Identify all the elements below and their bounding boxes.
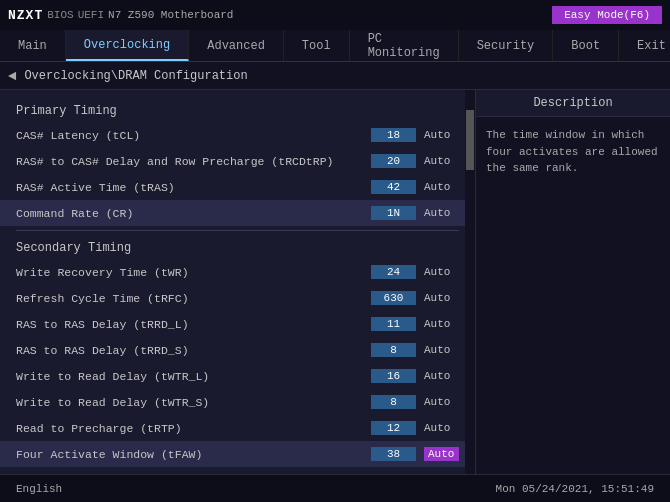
nav-tabs: MainOverclockingAdvancedToolPC Monitorin… <box>0 30 670 62</box>
nzxt-logo: NZXT <box>8 8 43 23</box>
setting-row[interactable]: Write to Read Delay (tWTR_L) 16 Auto <box>0 363 475 389</box>
setting-name: RAS to RAS Delay (tRRD_L) <box>16 318 371 331</box>
setting-value: 630 <box>371 291 416 305</box>
setting-row[interactable]: Read to Precharge (tRTP) 12 Auto <box>0 415 475 441</box>
section-divider <box>16 230 459 231</box>
setting-row[interactable]: Four Activate Window (tFAW) 38 Auto <box>0 441 475 467</box>
setting-name: Refresh Cycle Time (tRFC) <box>16 292 371 305</box>
description-panel: Description The time window in which fou… <box>475 90 670 474</box>
description-text: The time window in which four activates … <box>476 117 670 187</box>
description-header: Description <box>476 90 670 117</box>
setting-row[interactable]: RAS# Active Time (tRAS) 42 Auto <box>0 174 475 200</box>
setting-row[interactable]: Refresh Cycle Time (tRFC) 630 Auto <box>0 285 475 311</box>
primary-timing-rows: CAS# Latency (tCL) 18 Auto RAS# to CAS# … <box>0 122 475 226</box>
setting-auto: Auto <box>424 370 459 382</box>
setting-value: 11 <box>371 317 416 331</box>
setting-auto: Auto <box>424 181 459 193</box>
setting-name: RAS to RAS Delay (tRRD_S) <box>16 344 371 357</box>
setting-auto: Auto <box>424 266 459 278</box>
language-label: English <box>16 483 62 495</box>
setting-value: 1N <box>371 206 416 220</box>
setting-auto: Auto <box>424 344 459 356</box>
setting-value: 24 <box>371 265 416 279</box>
nav-tab-advanced[interactable]: Advanced <box>189 30 284 61</box>
breadcrumb-text: Overclocking\DRAM Configuration <box>24 69 247 83</box>
setting-row[interactable]: Command Rate (CR) 1N Auto <box>0 200 475 226</box>
status-bar: English Mon 05/24/2021, 15:51:49 <box>0 474 670 502</box>
setting-name: Command Rate (CR) <box>16 207 371 220</box>
setting-auto: Auto <box>424 422 459 434</box>
setting-row[interactable]: Write to Read Delay (tWTR_S) 8 Auto <box>0 389 475 415</box>
nav-tab-exit[interactable]: Exit <box>619 30 670 61</box>
uefi-label: UEFI <box>78 9 104 21</box>
setting-name: Four Activate Window (tFAW) <box>16 448 371 461</box>
nav-tab-tool[interactable]: Tool <box>284 30 350 61</box>
top-bar: NZXT BIOS UEFI N7 Z590 Motherboard Easy … <box>0 0 670 30</box>
setting-row[interactable]: Write Recovery Time (tWR) 24 Auto <box>0 259 475 285</box>
setting-row[interactable]: RAS to RAS Delay (tRRD_L) 11 Auto <box>0 311 475 337</box>
brand-area: NZXT BIOS UEFI N7 Z590 Motherboard <box>8 8 233 23</box>
setting-auto: Auto <box>424 129 459 141</box>
scrollbar-thumb[interactable] <box>466 110 474 170</box>
secondary-timing-rows: Write Recovery Time (tWR) 24 Auto Refres… <box>0 259 475 467</box>
bios-label: BIOS <box>47 9 73 21</box>
setting-row[interactable]: CAS# Latency (tCL) 18 Auto <box>0 122 475 148</box>
setting-name: Write to Read Delay (tWTR_L) <box>16 370 371 383</box>
setting-auto: Auto <box>424 447 459 461</box>
setting-value: 16 <box>371 369 416 383</box>
setting-value: 18 <box>371 128 416 142</box>
setting-value: 8 <box>371 343 416 357</box>
setting-auto: Auto <box>424 207 459 219</box>
setting-auto: Auto <box>424 396 459 408</box>
back-arrow[interactable]: ◄ <box>8 68 16 84</box>
easy-mode-button[interactable]: Easy Mode(F6) <box>552 6 662 24</box>
breadcrumb-bar: ◄ Overclocking\DRAM Configuration <box>0 62 670 90</box>
setting-value: 20 <box>371 154 416 168</box>
setting-value: 8 <box>371 395 416 409</box>
setting-auto: Auto <box>424 318 459 330</box>
setting-row[interactable]: RAS# to CAS# Delay and Row Precharge (tR… <box>0 148 475 174</box>
setting-name: Write Recovery Time (tWR) <box>16 266 371 279</box>
scrollbar-track[interactable] <box>465 90 475 474</box>
nav-tab-pc-monitoring[interactable]: PC Monitoring <box>350 30 459 61</box>
setting-value: 12 <box>371 421 416 435</box>
nav-tab-security[interactable]: Security <box>459 30 554 61</box>
datetime-label: Mon 05/24/2021, 15:51:49 <box>496 483 654 495</box>
setting-name: RAS# Active Time (tRAS) <box>16 181 371 194</box>
setting-name: Read to Precharge (tRTP) <box>16 422 371 435</box>
main-content: Primary Timing CAS# Latency (tCL) 18 Aut… <box>0 90 670 474</box>
nav-tab-main[interactable]: Main <box>0 30 66 61</box>
setting-row[interactable]: RAS to RAS Delay (tRRD_S) 8 Auto <box>0 337 475 363</box>
setting-auto: Auto <box>424 155 459 167</box>
setting-name: RAS# to CAS# Delay and Row Precharge (tR… <box>16 155 371 168</box>
setting-value: 38 <box>371 447 416 461</box>
secondary-timing-header: Secondary Timing <box>0 235 475 259</box>
setting-name: CAS# Latency (tCL) <box>16 129 371 142</box>
nav-tab-overclocking[interactable]: Overclocking <box>66 30 189 61</box>
nav-tab-boot[interactable]: Boot <box>553 30 619 61</box>
setting-name: Write to Read Delay (tWTR_S) <box>16 396 371 409</box>
setting-auto: Auto <box>424 292 459 304</box>
settings-panel: Primary Timing CAS# Latency (tCL) 18 Aut… <box>0 90 475 474</box>
primary-timing-header: Primary Timing <box>0 98 475 122</box>
setting-value: 42 <box>371 180 416 194</box>
mobo-label: N7 Z590 Motherboard <box>108 9 233 21</box>
